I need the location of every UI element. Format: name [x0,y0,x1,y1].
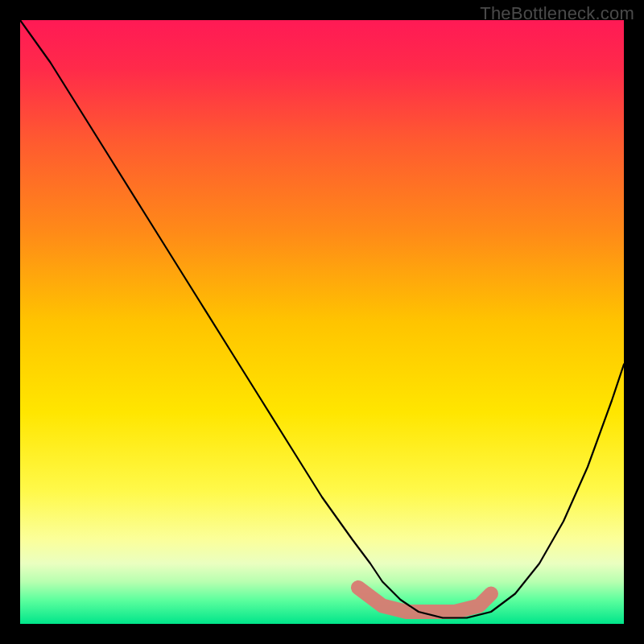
plot-area [20,20,624,624]
chart-frame: TheBottleneck.com [0,0,644,644]
bottleneck-chart [20,20,624,624]
gradient-background [20,20,624,624]
